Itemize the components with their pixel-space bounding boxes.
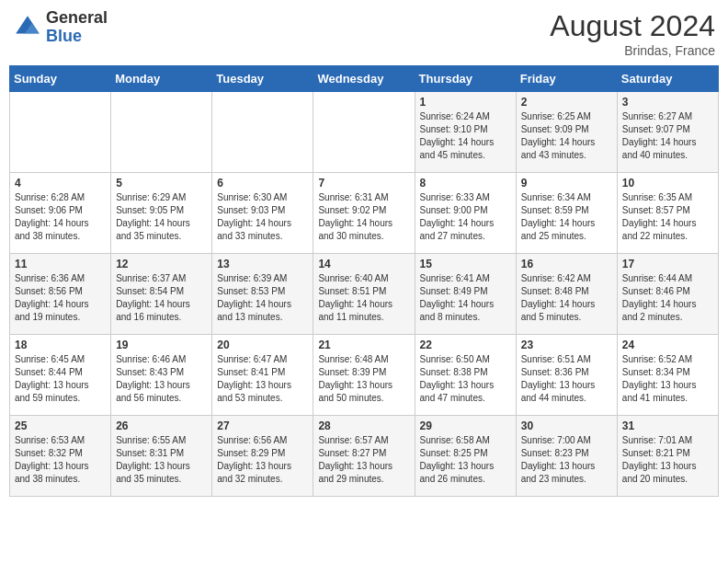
calendar-cell: 10Sunrise: 6:35 AM Sunset: 8:57 PM Dayli… (617, 173, 718, 254)
day-number: 4 (15, 177, 106, 190)
day-number: 27 (217, 419, 308, 432)
day-info: Sunrise: 6:52 AM Sunset: 8:34 PM Dayligh… (622, 353, 713, 405)
calendar-cell: 27Sunrise: 6:56 AM Sunset: 8:29 PM Dayli… (212, 416, 313, 497)
day-info: Sunrise: 6:33 AM Sunset: 9:00 PM Dayligh… (420, 191, 511, 243)
calendar-week-1: 1Sunrise: 6:24 AM Sunset: 9:10 PM Daylig… (10, 92, 719, 173)
calendar-cell: 24Sunrise: 6:52 AM Sunset: 8:34 PM Dayli… (617, 335, 718, 416)
day-number: 7 (318, 177, 409, 190)
day-number: 6 (217, 177, 308, 190)
day-number: 16 (521, 258, 612, 270)
calendar-cell: 28Sunrise: 6:57 AM Sunset: 8:27 PM Dayli… (313, 416, 415, 497)
day-info: Sunrise: 6:37 AM Sunset: 8:54 PM Dayligh… (116, 272, 207, 324)
calendar-cell: 30Sunrise: 7:00 AM Sunset: 8:23 PM Dayli… (516, 416, 617, 497)
calendar-week-3: 11Sunrise: 6:36 AM Sunset: 8:56 PM Dayli… (10, 254, 719, 335)
day-number: 14 (318, 258, 409, 270)
calendar-cell: 11Sunrise: 6:36 AM Sunset: 8:56 PM Dayli… (10, 254, 111, 335)
day-info: Sunrise: 6:36 AM Sunset: 8:56 PM Dayligh… (15, 272, 106, 324)
logo-blue: Blue (46, 28, 108, 46)
calendar-cell (10, 92, 111, 173)
calendar-cell: 5Sunrise: 6:29 AM Sunset: 9:05 PM Daylig… (111, 173, 212, 254)
location-subtitle: Brindas, France (550, 43, 715, 58)
calendar-cell: 23Sunrise: 6:51 AM Sunset: 8:36 PM Dayli… (516, 335, 617, 416)
day-number: 12 (116, 258, 207, 270)
day-info: Sunrise: 6:45 AM Sunset: 8:44 PM Dayligh… (15, 353, 106, 405)
calendar-cell (111, 92, 212, 173)
day-info: Sunrise: 6:27 AM Sunset: 9:07 PM Dayligh… (622, 110, 713, 162)
calendar-cell: 26Sunrise: 6:55 AM Sunset: 8:31 PM Dayli… (111, 416, 212, 497)
logo-general: General (46, 9, 108, 28)
day-number: 3 (622, 96, 713, 109)
day-info: Sunrise: 6:41 AM Sunset: 8:49 PM Dayligh… (420, 272, 511, 324)
day-number: 21 (318, 339, 409, 351)
calendar-cell (313, 92, 415, 173)
calendar-cell: 1Sunrise: 6:24 AM Sunset: 9:10 PM Daylig… (415, 92, 516, 173)
calendar-cell: 2Sunrise: 6:25 AM Sunset: 9:09 PM Daylig… (516, 92, 617, 173)
day-number: 10 (622, 177, 713, 190)
calendar-cell: 18Sunrise: 6:45 AM Sunset: 8:44 PM Dayli… (10, 335, 111, 416)
day-number: 5 (116, 177, 207, 190)
day-info: Sunrise: 6:39 AM Sunset: 8:53 PM Dayligh… (217, 272, 308, 324)
day-info: Sunrise: 6:55 AM Sunset: 8:31 PM Dayligh… (116, 434, 207, 486)
day-number: 25 (15, 419, 106, 432)
calendar-cell: 7Sunrise: 6:31 AM Sunset: 9:02 PM Daylig… (313, 173, 415, 254)
calendar-cell: 4Sunrise: 6:28 AM Sunset: 9:06 PM Daylig… (10, 173, 111, 254)
header-row: SundayMondayTuesdayWednesdayThursdayFrid… (10, 66, 719, 92)
day-number: 17 (622, 258, 713, 270)
day-number: 19 (116, 339, 207, 351)
title-block: August 2024 Brindas, France (550, 9, 715, 58)
day-number: 28 (318, 419, 409, 432)
calendar-cell: 31Sunrise: 7:01 AM Sunset: 8:21 PM Dayli… (617, 416, 718, 497)
day-number: 15 (420, 258, 511, 270)
day-info: Sunrise: 6:53 AM Sunset: 8:32 PM Dayligh… (15, 434, 106, 486)
page-header: General Blue August 2024 Brindas, France (9, 9, 719, 58)
calendar-cell (212, 92, 313, 173)
day-info: Sunrise: 6:50 AM Sunset: 8:38 PM Dayligh… (420, 353, 511, 405)
day-number: 18 (15, 339, 106, 351)
day-info: Sunrise: 6:57 AM Sunset: 8:27 PM Dayligh… (318, 434, 409, 486)
day-number: 26 (116, 419, 207, 432)
day-info: Sunrise: 6:25 AM Sunset: 9:09 PM Dayligh… (521, 110, 612, 162)
calendar-cell: 17Sunrise: 6:44 AM Sunset: 8:46 PM Dayli… (617, 254, 718, 335)
day-number: 1 (420, 96, 511, 109)
day-number: 8 (420, 177, 511, 190)
day-info: Sunrise: 6:24 AM Sunset: 9:10 PM Dayligh… (420, 110, 511, 162)
calendar-cell: 3Sunrise: 6:27 AM Sunset: 9:07 PM Daylig… (617, 92, 718, 173)
day-info: Sunrise: 6:51 AM Sunset: 8:36 PM Dayligh… (521, 353, 612, 405)
day-info: Sunrise: 6:56 AM Sunset: 8:29 PM Dayligh… (217, 434, 308, 486)
header-cell-sunday: Sunday (10, 66, 111, 92)
calendar-week-4: 18Sunrise: 6:45 AM Sunset: 8:44 PM Dayli… (10, 335, 719, 416)
calendar-week-2: 4Sunrise: 6:28 AM Sunset: 9:06 PM Daylig… (10, 173, 719, 254)
calendar-cell: 13Sunrise: 6:39 AM Sunset: 8:53 PM Dayli… (212, 254, 313, 335)
calendar-cell: 21Sunrise: 6:48 AM Sunset: 8:39 PM Dayli… (313, 335, 415, 416)
day-info: Sunrise: 6:34 AM Sunset: 8:59 PM Dayligh… (521, 191, 612, 243)
day-number: 13 (217, 258, 308, 270)
header-cell-tuesday: Tuesday (212, 66, 313, 92)
calendar-cell: 20Sunrise: 6:47 AM Sunset: 8:41 PM Dayli… (212, 335, 313, 416)
header-cell-wednesday: Wednesday (313, 66, 415, 92)
day-info: Sunrise: 7:01 AM Sunset: 8:21 PM Dayligh… (622, 434, 713, 486)
day-number: 29 (420, 419, 511, 432)
day-number: 30 (521, 419, 612, 432)
day-info: Sunrise: 6:44 AM Sunset: 8:46 PM Dayligh… (622, 272, 713, 324)
logo: General Blue (13, 9, 108, 46)
day-info: Sunrise: 6:40 AM Sunset: 8:51 PM Dayligh… (318, 272, 409, 324)
day-info: Sunrise: 7:00 AM Sunset: 8:23 PM Dayligh… (521, 434, 612, 486)
day-info: Sunrise: 6:48 AM Sunset: 8:39 PM Dayligh… (318, 353, 409, 405)
day-number: 11 (15, 258, 106, 270)
calendar-cell: 15Sunrise: 6:41 AM Sunset: 8:49 PM Dayli… (415, 254, 516, 335)
calendar-cell: 14Sunrise: 6:40 AM Sunset: 8:51 PM Dayli… (313, 254, 415, 335)
day-info: Sunrise: 6:29 AM Sunset: 9:05 PM Dayligh… (116, 191, 207, 243)
day-info: Sunrise: 6:46 AM Sunset: 8:43 PM Dayligh… (116, 353, 207, 405)
header-cell-saturday: Saturday (617, 66, 718, 92)
day-info: Sunrise: 6:28 AM Sunset: 9:06 PM Dayligh… (15, 191, 106, 243)
calendar-cell: 22Sunrise: 6:50 AM Sunset: 8:38 PM Dayli… (415, 335, 516, 416)
day-info: Sunrise: 6:30 AM Sunset: 9:03 PM Dayligh… (217, 191, 308, 243)
calendar-cell: 29Sunrise: 6:58 AM Sunset: 8:25 PM Dayli… (415, 416, 516, 497)
day-number: 31 (622, 419, 713, 432)
day-number: 2 (521, 96, 612, 109)
day-info: Sunrise: 6:31 AM Sunset: 9:02 PM Dayligh… (318, 191, 409, 243)
logo-text: General Blue (46, 9, 108, 46)
month-year-title: August 2024 (550, 9, 715, 43)
calendar-cell: 25Sunrise: 6:53 AM Sunset: 8:32 PM Dayli… (10, 416, 111, 497)
day-number: 22 (420, 339, 511, 351)
